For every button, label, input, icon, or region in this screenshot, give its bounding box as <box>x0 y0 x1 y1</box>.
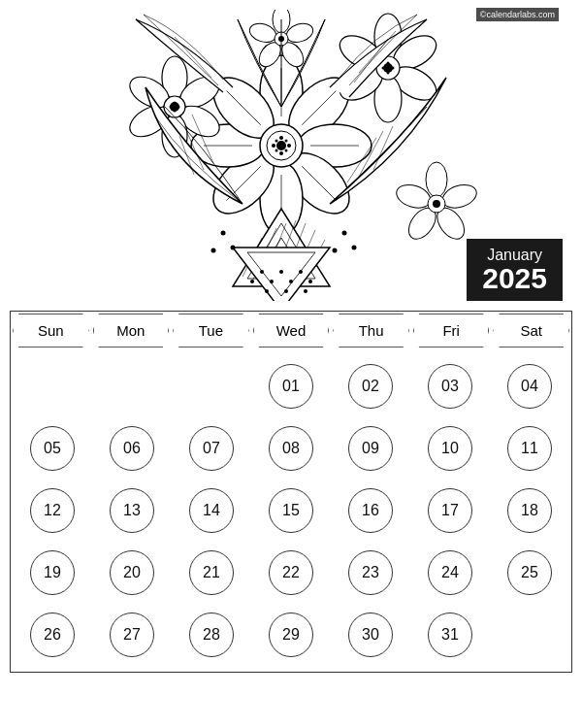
day-cell[interactable]: 17 <box>412 481 488 540</box>
day-cell[interactable]: 23 <box>333 544 408 602</box>
day-cell[interactable]: 28 <box>174 606 249 664</box>
day-number[interactable]: 13 <box>110 488 154 533</box>
year-label: 2025 <box>482 264 547 293</box>
day-cell[interactable]: 01 <box>253 357 329 415</box>
svg-point-47 <box>178 106 180 109</box>
svg-point-83 <box>260 270 264 274</box>
day-cell[interactable]: 04 <box>492 357 567 415</box>
svg-point-89 <box>308 280 312 283</box>
svg-point-85 <box>299 270 303 274</box>
svg-point-104 <box>333 248 338 253</box>
day-cell[interactable]: 16 <box>333 481 408 540</box>
day-number[interactable]: 01 <box>269 364 313 409</box>
day-number[interactable]: 12 <box>30 488 75 533</box>
day-cell[interactable]: 26 <box>15 606 90 664</box>
svg-point-35 <box>392 67 395 70</box>
day-cell[interactable]: 07 <box>174 419 249 478</box>
day-cell[interactable]: 05 <box>15 419 90 478</box>
day-number[interactable]: 21 <box>189 550 234 595</box>
day-cell[interactable]: 15 <box>253 481 329 540</box>
day-number[interactable]: 25 <box>507 550 552 595</box>
day-cell[interactable]: 13 <box>94 481 170 540</box>
day-cell[interactable]: 24 <box>412 544 488 602</box>
day-number[interactable]: 27 <box>110 612 154 657</box>
svg-point-103 <box>352 246 357 250</box>
day-number[interactable]: 04 <box>507 364 552 409</box>
svg-point-92 <box>304 289 307 293</box>
day-number[interactable]: 08 <box>269 426 313 471</box>
day-header-tue: Tue <box>173 314 249 347</box>
day-cell[interactable]: 27 <box>94 606 170 664</box>
day-cell[interactable]: 29 <box>253 606 329 664</box>
day-header-mon: Mon <box>93 314 170 347</box>
svg-point-26 <box>275 140 278 143</box>
day-cell[interactable]: 03 <box>412 357 488 415</box>
day-number[interactable]: 14 <box>189 488 234 533</box>
svg-point-99 <box>221 231 226 236</box>
day-cell[interactable]: 22 <box>253 544 329 602</box>
svg-point-57 <box>433 200 440 208</box>
svg-point-102 <box>342 231 347 236</box>
svg-point-88 <box>289 280 293 283</box>
day-number[interactable]: 05 <box>30 426 75 471</box>
day-number[interactable]: 09 <box>348 426 393 471</box>
day-headers: SunMonTueWedThuFriSat <box>11 312 571 349</box>
empty-cell <box>94 357 170 415</box>
day-cell[interactable]: 08 <box>253 419 329 478</box>
day-number[interactable]: 28 <box>189 612 234 657</box>
day-cell[interactable]: 20 <box>94 544 170 602</box>
day-cell[interactable]: 31 <box>412 606 488 664</box>
day-cell[interactable]: 06 <box>94 419 170 478</box>
svg-point-51 <box>426 162 447 197</box>
day-number[interactable]: 20 <box>110 550 154 595</box>
day-number[interactable]: 15 <box>269 488 313 533</box>
day-number[interactable]: 17 <box>428 488 472 533</box>
day-number[interactable]: 06 <box>110 426 154 471</box>
day-number[interactable]: 19 <box>30 550 75 595</box>
day-number[interactable]: 10 <box>428 426 472 471</box>
svg-point-18 <box>276 141 286 150</box>
day-cell[interactable]: 18 <box>492 481 567 540</box>
day-cell[interactable]: 19 <box>15 544 90 602</box>
calendar-grid: 0102030405060708091011121314151617181920… <box>11 349 571 672</box>
day-number[interactable]: 16 <box>348 488 393 533</box>
calendar-container: SunMonTueWedThuFriSat 010203040506070809… <box>10 311 572 673</box>
day-number[interactable]: 24 <box>428 550 472 595</box>
svg-point-101 <box>211 248 216 253</box>
svg-point-50 <box>174 102 177 105</box>
day-cell[interactable]: 14 <box>174 481 249 540</box>
svg-point-19 <box>287 144 291 148</box>
day-number[interactable]: 29 <box>269 612 313 657</box>
empty-cell <box>174 357 249 415</box>
day-cell[interactable]: 25 <box>492 544 567 602</box>
day-number[interactable]: 02 <box>348 364 393 409</box>
watermark: ©calendarlabs.com <box>476 8 559 21</box>
day-cell[interactable]: 09 <box>333 419 408 478</box>
day-number[interactable]: 18 <box>507 488 552 533</box>
day-cell[interactable]: 12 <box>15 481 90 540</box>
svg-point-38 <box>387 62 390 65</box>
svg-point-24 <box>275 149 278 152</box>
day-cell[interactable]: 21 <box>174 544 249 602</box>
svg-point-23 <box>285 149 288 152</box>
day-cell[interactable]: 10 <box>412 419 488 478</box>
day-header-sat: Sat <box>493 314 569 347</box>
svg-point-20 <box>272 144 275 148</box>
day-number[interactable]: 26 <box>30 612 75 657</box>
day-number[interactable]: 22 <box>269 550 313 595</box>
floral-area: ©calendarlabs.com January 2025 <box>0 0 582 311</box>
svg-point-37 <box>387 72 390 75</box>
day-number[interactable]: 31 <box>428 612 472 657</box>
day-header-thu: Thu <box>333 314 409 347</box>
day-header-sun: Sun <box>13 314 89 347</box>
day-cell[interactable]: 02 <box>333 357 408 415</box>
day-number[interactable]: 03 <box>428 364 472 409</box>
svg-point-100 <box>231 246 236 250</box>
day-header-wed: Wed <box>253 314 330 347</box>
day-number[interactable]: 23 <box>348 550 393 595</box>
day-cell[interactable]: 11 <box>492 419 567 478</box>
day-number[interactable]: 30 <box>348 612 393 657</box>
day-number[interactable]: 11 <box>507 426 552 471</box>
day-number[interactable]: 07 <box>189 426 234 471</box>
day-cell[interactable]: 30 <box>333 606 408 664</box>
